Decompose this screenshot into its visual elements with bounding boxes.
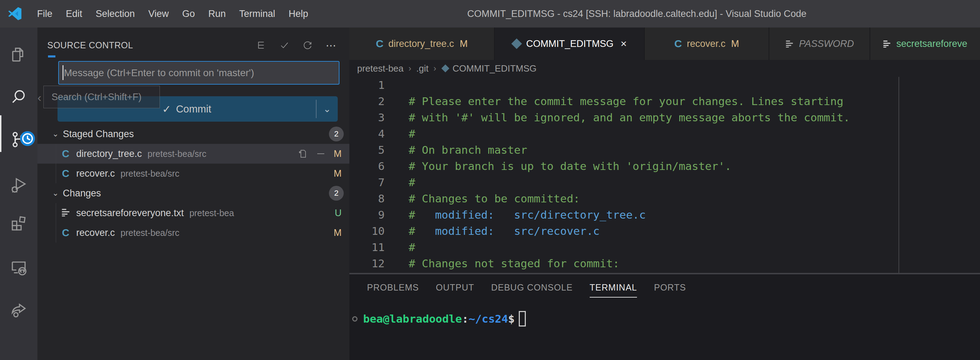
panel-tab-output[interactable]: OUTPUT bbox=[436, 282, 474, 293]
vscode-window: File Edit Selection View Go Run Terminal… bbox=[0, 0, 980, 360]
tab-password[interactable]: PASSWORD bbox=[769, 27, 870, 60]
code-text: # On branch master bbox=[409, 142, 527, 158]
activitybar-live-share[interactable] bbox=[0, 291, 37, 328]
files-icon bbox=[9, 46, 28, 65]
breadcrumb-folder[interactable]: .git bbox=[417, 63, 429, 74]
menu-file[interactable]: File bbox=[30, 0, 59, 27]
commit-dropdown-button[interactable]: ⌄ bbox=[317, 96, 338, 122]
commit-button-label: Commit bbox=[176, 103, 212, 115]
run-debug-icon bbox=[9, 176, 28, 195]
activitybar-search[interactable] bbox=[0, 79, 37, 115]
terminal-command-decoration-icon bbox=[352, 316, 358, 322]
title-bar: File Edit Selection View Go Run Terminal… bbox=[0, 0, 980, 27]
tab-commit-editmsg[interactable]: COMMIT_EDITMSG × bbox=[495, 27, 645, 60]
code-text: # Changes not staged for commit: bbox=[409, 255, 619, 271]
tab-label: secretsareforeve bbox=[896, 38, 967, 49]
menu-run[interactable]: Run bbox=[202, 0, 232, 27]
code-text: # with '#' will be ignored, and an empty… bbox=[409, 109, 850, 125]
file-name: recover.c bbox=[76, 168, 115, 179]
code-text: # bbox=[409, 125, 415, 142]
changes-count-badge: 2 bbox=[329, 186, 344, 201]
breadcrumb-folder[interactable]: pretest-bea bbox=[357, 63, 404, 74]
code-line: 1 bbox=[349, 77, 980, 93]
git-status-modified: M bbox=[334, 227, 342, 238]
terminal-cwd: ~/cs24 bbox=[469, 312, 508, 325]
staged-count-badge: 2 bbox=[329, 127, 344, 141]
line-number: 9 bbox=[349, 207, 385, 223]
panel-tab-ports[interactable]: PORTS bbox=[654, 282, 686, 293]
staged-file-recover[interactable]: C recover.c pretest-bea/src M bbox=[37, 163, 349, 183]
section-changes[interactable]: ⌄ Changes 2 bbox=[37, 183, 349, 203]
changed-file-recover[interactable]: C recover.c pretest-bea/src M bbox=[37, 223, 349, 243]
line-number: 4 bbox=[349, 125, 385, 142]
activitybar-run-debug[interactable] bbox=[0, 167, 37, 203]
menu-bar: File Edit Selection View Go Run Terminal… bbox=[30, 0, 315, 27]
terminal-cursor bbox=[519, 311, 526, 327]
sidebar-header: SOURCE CONTROL bbox=[37, 27, 349, 59]
git-file-icon bbox=[441, 65, 450, 73]
panel-tab-debug-console[interactable]: DEBUG CONSOLE bbox=[491, 282, 573, 293]
line-number: 6 bbox=[349, 158, 385, 174]
menu-view[interactable]: View bbox=[142, 0, 175, 27]
breadcrumb-file[interactable]: COMMIT_EDITMSG bbox=[452, 63, 536, 74]
commit-action-button[interactable] bbox=[279, 40, 290, 51]
code-text: # bbox=[409, 223, 435, 239]
refresh-button[interactable] bbox=[302, 40, 313, 51]
panel-tab-problems[interactable]: PROBLEMS bbox=[367, 282, 419, 293]
line-number: 8 bbox=[349, 190, 385, 207]
check-icon: ✓ bbox=[162, 103, 171, 115]
menu-edit[interactable]: Edit bbox=[59, 0, 89, 27]
tab-directory-tree[interactable]: C directory_tree.c M bbox=[349, 27, 495, 60]
tab-modified-badge: M bbox=[731, 38, 739, 49]
more-actions-button[interactable]: ⋯ bbox=[325, 40, 337, 51]
tab-label: recover.c bbox=[687, 38, 725, 49]
live-share-icon bbox=[9, 300, 28, 319]
menu-selection[interactable]: Selection bbox=[89, 0, 142, 27]
staged-file-directory-tree[interactable]: C directory_tree.c pretest-bea/src bbox=[37, 144, 349, 163]
line-number: 2 bbox=[349, 93, 385, 109]
git-file-icon bbox=[512, 39, 521, 48]
sidebar-title: SOURCE CONTROL bbox=[47, 40, 133, 51]
menu-go[interactable]: Go bbox=[175, 0, 202, 27]
activitybar-remote-explorer[interactable] bbox=[0, 249, 37, 286]
file-path: pretest-bea/src bbox=[148, 149, 207, 159]
code-editor[interactable]: 1 2# Please enter the commit message for… bbox=[349, 77, 980, 300]
view-as-tree-button[interactable] bbox=[256, 40, 267, 51]
editor-tab-bar: C directory_tree.c M COMMIT_EDITMSG × C … bbox=[349, 27, 980, 60]
scm-progress-bar bbox=[48, 56, 56, 57]
section-staged-changes[interactable]: ⌄ Staged Changes 2 bbox=[37, 124, 349, 144]
line-number: 1 bbox=[349, 77, 385, 93]
code-text: # Changes to be committed: bbox=[409, 190, 580, 207]
minus-icon bbox=[315, 148, 326, 159]
vscode-logo-icon bbox=[8, 6, 22, 22]
check-icon bbox=[279, 40, 290, 51]
tab-recover[interactable]: C recover.c M bbox=[645, 27, 769, 60]
activitybar-explorer[interactable] bbox=[0, 36, 37, 73]
menu-terminal[interactable]: Terminal bbox=[232, 0, 282, 27]
code-text: modified: src/directory_tree.c bbox=[435, 207, 646, 223]
unstage-button[interactable] bbox=[315, 148, 326, 159]
commit-message-input[interactable] bbox=[58, 61, 339, 85]
line-number: 11 bbox=[349, 239, 385, 255]
file-path: pretest-bea bbox=[189, 208, 234, 218]
git-status-modified: M bbox=[334, 148, 342, 159]
chevron-right-icon: › bbox=[433, 63, 436, 73]
code-line: 9# modified: src/directory_tree.c bbox=[349, 207, 980, 223]
code-text: # bbox=[409, 239, 415, 255]
line-number: 7 bbox=[349, 174, 385, 190]
file-path: pretest-bea/src bbox=[121, 168, 180, 179]
activitybar-extensions[interactable] bbox=[0, 205, 37, 242]
tab-secretsareforeveryone[interactable]: secretsareforeve bbox=[870, 27, 980, 60]
open-file-button[interactable] bbox=[297, 148, 308, 159]
terminal[interactable]: bea@labradoodle : ~/cs24 $ bbox=[349, 311, 980, 327]
code-line: 10# modified: src/recover.c bbox=[349, 223, 980, 239]
close-icon[interactable]: × bbox=[620, 38, 627, 50]
extensions-icon bbox=[9, 214, 28, 233]
panel-tab-terminal[interactable]: TERMINAL bbox=[590, 282, 637, 293]
text-file-icon bbox=[785, 39, 794, 48]
chevron-down-icon: ⌄ bbox=[323, 104, 331, 114]
changed-file-secrets[interactable]: secretsareforeveryone.txt pretest-bea U bbox=[37, 203, 349, 223]
code-line: 6# Your branch is up to date with 'origi… bbox=[349, 158, 980, 174]
text-caret bbox=[62, 65, 64, 80]
menu-help[interactable]: Help bbox=[282, 0, 315, 27]
